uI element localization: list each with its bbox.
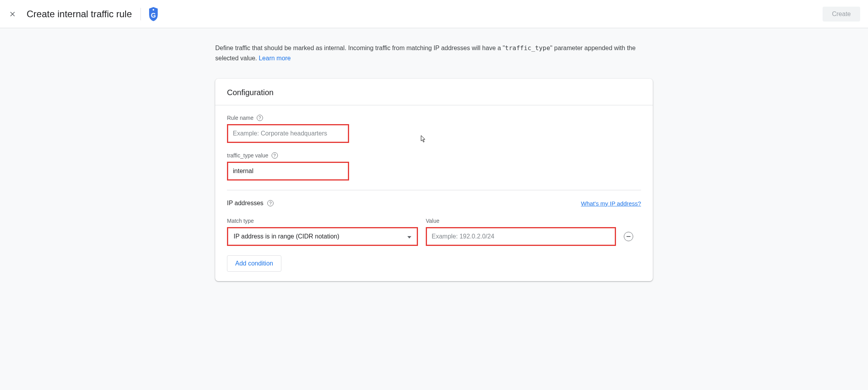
ip-section-header: IP addresses ? What's my IP address? (227, 200, 641, 207)
card-title: Configuration (215, 79, 653, 105)
configuration-card: Configuration Rule name ? traffic_type v… (215, 79, 653, 281)
traffic-type-label-row: traffic_type value ? (227, 152, 641, 159)
page-header: Create internal traffic rule G Create (0, 0, 868, 28)
close-icon (9, 10, 16, 18)
content-area: Define traffic that should be marked as … (215, 28, 653, 297)
ga-logo-icon: G (147, 6, 160, 22)
description-code: traffic_type (505, 44, 550, 52)
minus-icon (627, 236, 630, 237)
header-left-group: Create internal traffic rule G (8, 6, 160, 22)
remove-condition-button[interactable] (624, 232, 633, 241)
description-text: Define traffic that should be marked as … (215, 43, 653, 63)
match-type-label: Match type (227, 218, 418, 224)
ip-section-title-wrap: IP addresses ? (227, 200, 274, 207)
match-type-select[interactable]: IP address is in range (CIDR notation) (227, 227, 418, 246)
svg-text:G: G (151, 12, 156, 19)
traffic-type-input[interactable] (227, 162, 349, 181)
chevron-down-icon (407, 233, 411, 240)
page-title: Create internal traffic rule (27, 9, 132, 20)
ip-section-title: IP addresses (227, 200, 263, 207)
title-divider (140, 8, 141, 20)
help-icon[interactable]: ? (267, 200, 274, 206)
value-label: Value (426, 218, 616, 224)
rule-name-group: Rule name ? (227, 115, 641, 143)
create-button[interactable]: Create (823, 7, 860, 22)
page-title-wrap: Create internal traffic rule G (27, 6, 160, 22)
value-input[interactable] (426, 227, 616, 246)
rule-name-label: Rule name (227, 115, 254, 121)
svg-point-0 (153, 9, 154, 11)
traffic-type-group: traffic_type value ? (227, 152, 641, 181)
rule-name-label-row: Rule name ? (227, 115, 641, 121)
traffic-type-label: traffic_type value (227, 152, 268, 159)
card-body: Rule name ? traffic_type value ? IP addr… (215, 115, 653, 272)
close-button[interactable] (8, 9, 17, 19)
description-before: Define traffic that should be marked as … (215, 45, 505, 51)
learn-more-link[interactable]: Learn more (259, 55, 291, 61)
add-condition-button[interactable]: Add condition (227, 255, 281, 272)
whats-my-ip-link[interactable]: What's my IP address? (581, 200, 641, 207)
match-type-col: Match type IP address is in range (CIDR … (227, 218, 418, 246)
rule-name-input[interactable] (227, 124, 349, 143)
match-type-value: IP address is in range (CIDR notation) (234, 233, 339, 240)
help-icon[interactable]: ? (257, 115, 263, 121)
section-divider (227, 190, 641, 190)
condition-row: Match type IP address is in range (CIDR … (227, 218, 641, 246)
value-col: Value (426, 218, 616, 246)
help-icon[interactable]: ? (272, 152, 278, 159)
